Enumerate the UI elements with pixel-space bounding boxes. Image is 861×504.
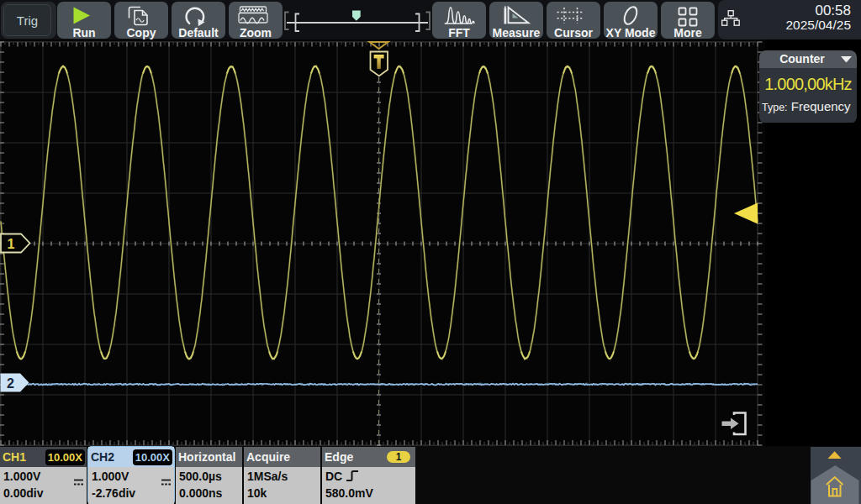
svg-text:1: 1 [8,237,15,251]
svg-text:2: 2 [7,376,14,391]
